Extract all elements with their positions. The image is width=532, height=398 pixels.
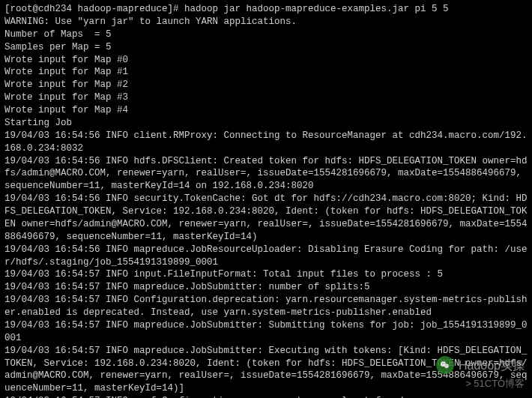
terminal-line: 19/04/03 16:54:57 INFO mapreduce.JobSubm…	[4, 281, 528, 294]
terminal-line: Wrote input for Map #3	[4, 91, 528, 104]
terminal-line: 19/04/03 16:54:56 INFO security.TokenCac…	[4, 193, 528, 244]
terminal-line: 19/04/03 16:54:56 INFO client.RMProxy: C…	[4, 130, 528, 155]
terminal-line: Number of Maps = 5	[4, 28, 528, 41]
terminal-line: 19/04/03 16:54:57 INFO input.FileInputFo…	[4, 268, 528, 281]
terminal-line: Samples per Map = 5	[4, 41, 528, 54]
terminal-line: 19/04/03 16:54:57 INFO mapreduce.JobSubm…	[4, 319, 528, 345]
terminal-line: Wrote input for Map #2	[4, 79, 528, 91]
terminal-line: 19/04/03 16:54:56 INFO mapreduce.JobReso…	[4, 244, 528, 269]
terminal-line: Wrote input for Map #0	[4, 54, 528, 67]
terminal-line: Wrote input for Map #4	[4, 104, 528, 117]
terminal-line: 19/04/03 16:54:57 INFO conf.Configuratio…	[4, 395, 528, 398]
terminal-line: Starting Job	[4, 117, 528, 130]
terminal-line: [root@cdh234 hadoop-mapreduce]# hadoop j…	[4, 3, 528, 16]
terminal-line: 19/04/03 16:54:57 INFO mapreduce.JobSubm…	[4, 345, 528, 396]
terminal-line: Wrote input for Map #1	[4, 66, 528, 79]
terminal-line: 19/04/03 16:54:57 INFO Configuration.dep…	[4, 294, 528, 319]
terminal-line: 19/04/03 16:54:56 INFO hdfs.DFSClient: C…	[4, 155, 528, 193]
terminal-output: [root@cdh234 hadoop-mapreduce]# hadoop j…	[4, 3, 528, 398]
terminal-line: WARNING: Use "yarn jar" to launch YARN a…	[4, 16, 528, 28]
